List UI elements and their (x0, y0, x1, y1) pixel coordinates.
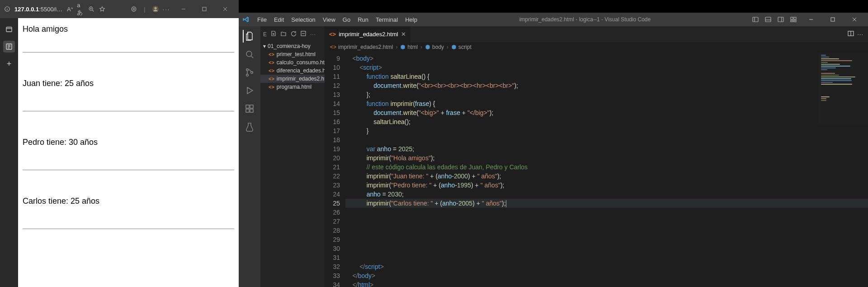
svg-rect-25 (778, 17, 783, 22)
html-file-icon: <> (269, 52, 274, 57)
chevron-right-icon: › (396, 44, 397, 50)
page-output-line: Carlos tiene: 25 años (23, 196, 234, 206)
new-folder-icon[interactable] (280, 30, 287, 38)
editor-tabs: <> imprimir_edades2.html ✕ ··· (325, 26, 868, 42)
minimize-button[interactable] (174, 2, 193, 16)
breadcrumbs[interactable]: <> imprimir_edades2.html›html›body›scrip… (325, 42, 868, 52)
hr-separator (23, 111, 234, 111)
page-output-line: Juan tiene: 25 años (23, 79, 234, 88)
current-tab-icon[interactable] (3, 41, 15, 53)
code-content[interactable]: <body> <script> function saltarLinea() {… (345, 52, 868, 287)
editor-tab[interactable]: <> imprimir_edades2.html ✕ (325, 26, 411, 42)
folder-row[interactable]: ▾ 01_comienza-hoy (260, 42, 325, 50)
collapse-icon[interactable] (300, 30, 307, 38)
more-actions-icon[interactable]: ··· (310, 31, 316, 38)
toggle-primary-sidebar-icon[interactable] (750, 14, 761, 24)
svg-point-35 (246, 51, 252, 57)
breadcrumb-item[interactable]: script (451, 44, 472, 50)
svg-point-10 (155, 7, 157, 10)
explorer-file[interactable]: <>calculo_consumo.html (260, 58, 325, 67)
explorer-file[interactable]: <>diferencia_edades.html (260, 67, 325, 75)
maximize-button[interactable] (194, 2, 214, 16)
zoom-icon[interactable] (88, 5, 95, 13)
refresh-icon[interactable] (290, 30, 297, 38)
translate-icon[interactable]: aあ (77, 5, 84, 13)
vscode-titlebar: FileEditSelectionViewGoRunTerminalHelp i… (239, 13, 868, 26)
edge-browser: 127.0.0.1:5500/i… Aᴺ aあ | ··· (0, 0, 239, 287)
svg-line-36 (251, 56, 254, 58)
svg-point-39 (251, 72, 253, 74)
extensions-icon[interactable] (130, 5, 137, 13)
minimap[interactable] (818, 52, 868, 124)
svg-rect-41 (250, 105, 253, 108)
html-file-icon: <> (269, 84, 274, 90)
breadcrumb-item[interactable]: html (400, 44, 418, 50)
split-editor-icon[interactable] (847, 30, 854, 38)
customize-layout-icon[interactable] (788, 14, 799, 24)
code-editor[interactable]: 9101112131415161718192021222324252627282… (325, 52, 868, 287)
svg-rect-23 (765, 17, 771, 22)
chevron-right-icon: › (420, 44, 422, 50)
breadcrumb-item[interactable]: <> imprimir_edades2.html (330, 44, 393, 50)
layout-buttons (750, 14, 799, 24)
new-tab-icon[interactable]: + (3, 58, 15, 70)
tab-close-icon[interactable]: ✕ (401, 31, 406, 38)
html-file-icon: <> (269, 68, 274, 73)
menu-go[interactable]: Go (340, 14, 354, 25)
url-text[interactable]: 127.0.0.1:5500/i… (14, 6, 62, 13)
explorer-file[interactable]: <>primer_test.html (260, 50, 325, 58)
edge-address-bar: 127.0.0.1:5500/i… Aᴺ aあ | ··· (0, 0, 239, 18)
activity-bar (239, 26, 260, 287)
edge-vertical-tab-rail: + (0, 18, 18, 287)
page-output-line: Hola amigos (23, 24, 234, 34)
file-name: primer_test.html (277, 51, 316, 57)
breadcrumb-item[interactable]: body (425, 44, 444, 50)
site-info-icon[interactable] (4, 5, 11, 13)
extensions-activity-icon[interactable] (243, 102, 256, 115)
search-activity-icon[interactable] (243, 48, 256, 61)
run-debug-activity-icon[interactable] (243, 84, 256, 97)
source-control-activity-icon[interactable] (243, 66, 256, 79)
favorite-icon[interactable] (99, 5, 106, 13)
explorer-label: E (263, 31, 267, 38)
file-name: programa.html (277, 84, 311, 90)
new-file-icon[interactable] (270, 30, 277, 38)
folder-name: 01_comienza-hoy (268, 43, 311, 49)
explorer-file[interactable]: <>programa.html (260, 83, 325, 91)
testing-activity-icon[interactable] (243, 120, 256, 133)
vs-maximize-button[interactable] (823, 13, 843, 26)
hr-separator (23, 170, 234, 170)
line-number-gutter: 9101112131415161718192021222324252627282… (325, 52, 345, 287)
close-button[interactable] (215, 2, 235, 16)
more-icon[interactable]: ··· (163, 5, 170, 13)
menu-file[interactable]: File (254, 14, 270, 25)
tab-actions-icon[interactable] (3, 24, 15, 35)
profile-icon[interactable] (152, 5, 159, 13)
window-title: imprimir_edades2.html - logica--1 - Visu… (422, 16, 748, 23)
menu-help[interactable]: Help (402, 14, 420, 25)
screen-gap (239, 0, 868, 13)
tab-more-icon[interactable]: ··· (857, 31, 863, 38)
menu-edit[interactable]: Edit (271, 14, 287, 25)
svg-rect-27 (791, 17, 793, 19)
url-rest: :5500/i… (39, 6, 62, 13)
toggle-secondary-sidebar-icon[interactable] (775, 14, 787, 24)
window-buttons (174, 2, 235, 16)
chevron-right-icon: › (447, 44, 448, 50)
explorer-activity-icon[interactable] (243, 30, 255, 43)
explorer-toolbar: E ··· (260, 26, 325, 42)
menu-view[interactable]: View (320, 14, 339, 25)
explorer-file[interactable]: <>imprimir_edades2.html (260, 75, 325, 83)
vs-minimize-button[interactable] (801, 13, 821, 26)
reader-icon[interactable]: Aᴺ (66, 5, 73, 13)
toggle-panel-icon[interactable] (762, 14, 774, 24)
menu-terminal[interactable]: Terminal (373, 14, 401, 25)
tab-filename: imprimir_edades2.html (339, 31, 398, 38)
html-file-icon: <> (329, 31, 336, 38)
svg-rect-43 (250, 109, 253, 112)
editor-area: <> imprimir_edades2.html ✕ ··· <> imprim… (325, 26, 868, 287)
svg-rect-32 (831, 18, 835, 21)
menu-run[interactable]: Run (354, 14, 372, 25)
vs-close-button[interactable] (844, 13, 864, 26)
menu-selection[interactable]: Selection (288, 14, 318, 25)
